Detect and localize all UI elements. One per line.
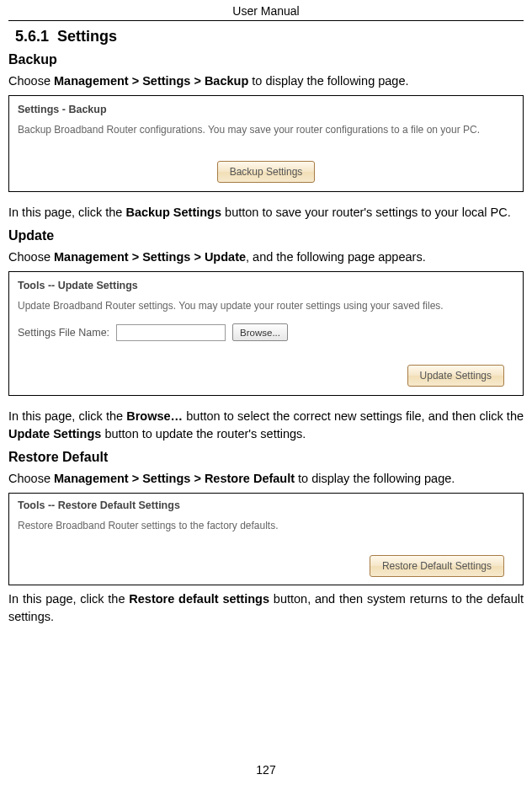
page-header: User Manual: [8, 0, 524, 21]
breadcrumb: Management > Settings > Backup: [54, 74, 248, 88]
text: button to save your router's settings to…: [221, 206, 511, 219]
button-reference: Browse…: [126, 409, 183, 423]
restore-outro: In this page, click the Restore default …: [8, 590, 524, 626]
text: In this page, click the: [8, 592, 129, 606]
update-settings-button[interactable]: Update Settings: [407, 365, 504, 387]
button-reference: Update Settings: [8, 427, 101, 441]
text: button to update the router's settings.: [101, 427, 306, 441]
update-outro: In this page, click the Browse… button t…: [8, 408, 524, 443]
restore-default-button[interactable]: Restore Default Settings: [370, 555, 504, 577]
text: Choose: [8, 250, 54, 264]
text: Choose: [8, 74, 54, 88]
breadcrumb: Management > Settings > Restore Default: [54, 472, 295, 485]
backup-outro: In this page, click the Backup Settings …: [8, 204, 524, 222]
file-row: Settings File Name: Browse...: [18, 323, 514, 341]
button-row: Backup Settings: [18, 161, 514, 183]
page-content: 5.6.1 Settings Backup Choose Management …: [0, 21, 532, 626]
update-intro: Choose Management > Settings > Update, a…: [8, 248, 524, 266]
screenshot-title: Tools -- Restore Default Settings: [18, 499, 514, 511]
update-heading: Update: [8, 228, 524, 243]
file-label: Settings File Name:: [18, 327, 109, 339]
button-row: Update Settings: [18, 365, 514, 387]
text: In this page, click the: [8, 409, 126, 423]
backup-settings-button[interactable]: Backup Settings: [217, 161, 316, 183]
button-reference: Backup Settings: [125, 206, 221, 219]
backup-screenshot: Settings - Backup Backup Broadband Route…: [8, 95, 524, 192]
restore-intro: Choose Management > Settings > Restore D…: [8, 470, 524, 488]
page-number: 127: [0, 763, 532, 777]
update-screenshot: Tools -- Update Settings Update Broadban…: [8, 271, 524, 396]
screenshot-description: Restore Broadband Router settings to the…: [18, 520, 514, 531]
restore-screenshot: Tools -- Restore Default Settings Restor…: [8, 493, 524, 585]
screenshot-title: Tools -- Update Settings: [18, 280, 514, 291]
button-reference: Restore default settings: [129, 592, 269, 606]
text: to display the following page.: [248, 74, 408, 88]
text: to display the following page.: [295, 472, 455, 485]
text: Choose: [8, 472, 54, 485]
screenshot-description: Backup Broadband Router configurations. …: [18, 124, 514, 136]
section-heading: 5.6.1 Settings: [15, 28, 524, 45]
section-title: Settings: [57, 28, 117, 45]
backup-intro: Choose Management > Settings > Backup to…: [8, 72, 524, 90]
section-number: 5.6.1: [15, 28, 49, 45]
screenshot-description: Update Broadband Router settings. You ma…: [18, 300, 514, 312]
browse-button[interactable]: Browse...: [232, 323, 288, 341]
text: In this page, click the: [8, 206, 125, 219]
screenshot-title: Settings - Backup: [18, 104, 514, 115]
settings-file-input[interactable]: [116, 324, 226, 341]
breadcrumb: Management > Settings > Update: [54, 250, 246, 264]
button-row: Restore Default Settings: [18, 555, 514, 577]
restore-heading: Restore Default: [8, 450, 524, 465]
backup-heading: Backup: [8, 52, 524, 67]
text: , and the following page appears.: [246, 250, 426, 264]
text: button to select the correct new setting…: [183, 409, 524, 423]
